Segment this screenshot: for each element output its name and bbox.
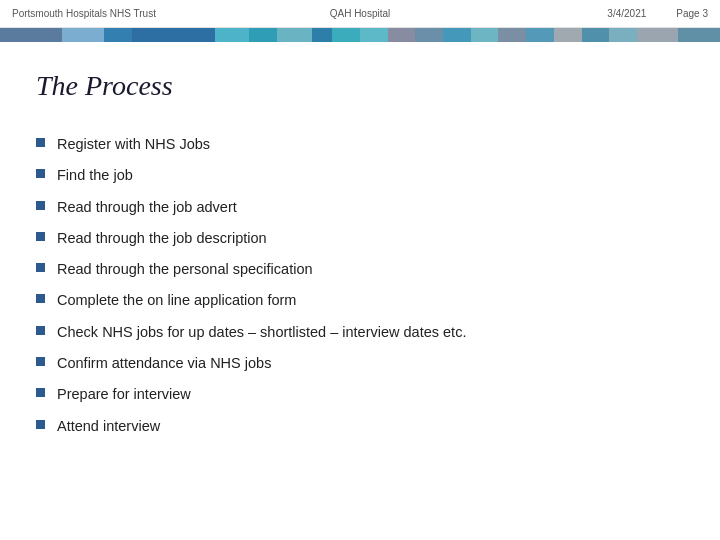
list-item-text: Find the job xyxy=(57,165,684,185)
color-segment xyxy=(277,28,312,42)
color-segment xyxy=(443,28,471,42)
bullet-icon xyxy=(36,169,45,178)
color-segment xyxy=(582,28,610,42)
list-item-text: Read through the job description xyxy=(57,228,684,248)
list-item: Prepare for interview xyxy=(36,384,684,404)
color-segment xyxy=(388,28,416,42)
list-item: Read through the personal specification xyxy=(36,259,684,279)
list-item: Find the job xyxy=(36,165,684,185)
color-segment xyxy=(471,28,499,42)
list-item: Confirm attendance via NHS jobs xyxy=(36,353,684,373)
color-segment xyxy=(526,28,554,42)
bullet-list: Register with NHS JobsFind the jobRead t… xyxy=(36,134,684,436)
color-segment xyxy=(498,28,526,42)
color-segment xyxy=(554,28,582,42)
color-segment xyxy=(360,28,388,42)
color-segment xyxy=(249,28,277,42)
header-left-label: Portsmouth Hospitals NHS Trust xyxy=(0,8,244,19)
bullet-icon xyxy=(36,232,45,241)
list-item: Check NHS jobs for up dates – shortliste… xyxy=(36,322,684,342)
list-item-text: Read through the personal specification xyxy=(57,259,684,279)
list-item-text: Read through the job advert xyxy=(57,197,684,217)
list-item-text: Complete the on line application form xyxy=(57,290,684,310)
color-segment xyxy=(678,28,720,42)
color-segment xyxy=(104,28,132,42)
list-item-text: Prepare for interview xyxy=(57,384,684,404)
list-item-text: Attend interview xyxy=(57,416,684,436)
bullet-icon xyxy=(36,420,45,429)
list-item-text: Check NHS jobs for up dates – shortliste… xyxy=(57,322,684,342)
bullet-icon xyxy=(36,388,45,397)
list-item: Complete the on line application form xyxy=(36,290,684,310)
bullet-icon xyxy=(36,294,45,303)
list-item: Attend interview xyxy=(36,416,684,436)
color-bar xyxy=(0,28,720,42)
bullet-icon xyxy=(36,326,45,335)
color-segment xyxy=(215,28,250,42)
list-item-text: Confirm attendance via NHS jobs xyxy=(57,353,684,373)
bullet-icon xyxy=(36,357,45,366)
header-page: Page 3 xyxy=(676,8,708,19)
list-item-text: Register with NHS Jobs xyxy=(57,134,684,154)
color-segment xyxy=(332,28,360,42)
list-item: Read through the job advert xyxy=(36,197,684,217)
main-content: The Process Register with NHS JobsFind t… xyxy=(0,42,720,467)
bullet-icon xyxy=(36,263,45,272)
color-segment xyxy=(415,28,443,42)
color-segment xyxy=(0,28,62,42)
color-segment xyxy=(62,28,104,42)
list-item: Register with NHS Jobs xyxy=(36,134,684,154)
color-segment xyxy=(312,28,333,42)
header-center-label: QAH Hospital xyxy=(244,8,476,19)
header-date: 3/4/2021 xyxy=(607,8,646,19)
bullet-icon xyxy=(36,138,45,147)
header-bar: Portsmouth Hospitals NHS Trust QAH Hospi… xyxy=(0,0,720,28)
list-item: Read through the job description xyxy=(36,228,684,248)
header-right: 3/4/2021 Page 3 xyxy=(476,8,720,19)
bullet-icon xyxy=(36,201,45,210)
page-title: The Process xyxy=(36,70,684,102)
color-segment xyxy=(132,28,215,42)
color-segment xyxy=(637,28,679,42)
color-segment xyxy=(609,28,637,42)
